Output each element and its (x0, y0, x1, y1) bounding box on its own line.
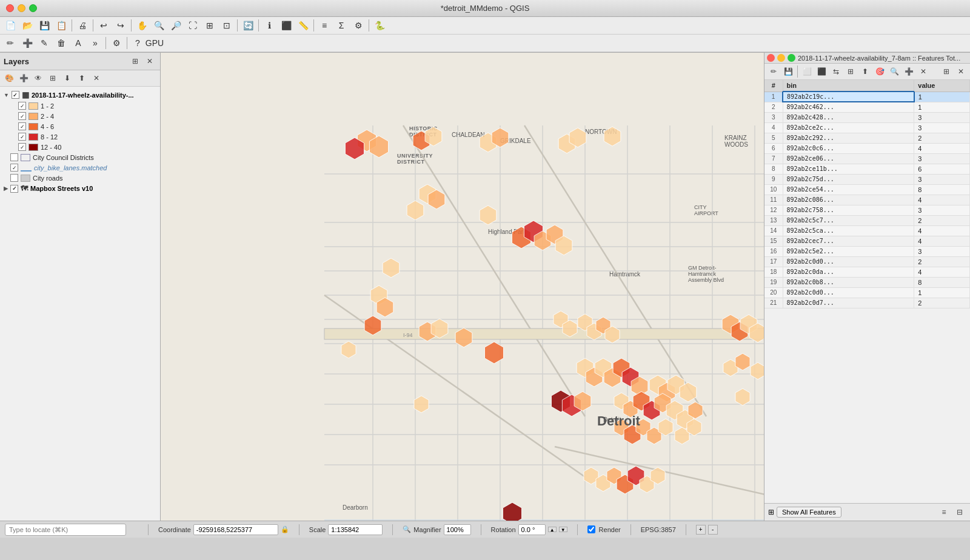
table-row[interactable]: 2892ab2c462...1 (764, 102, 970, 112)
zoom-full-button[interactable]: ⛶ (185, 18, 201, 33)
table-row[interactable]: 20892ab2c0d0...1 (764, 287, 970, 298)
feature-maximize-btn[interactable] (788, 54, 795, 62)
save-as-button[interactable]: 📋 (53, 18, 69, 33)
row-bin[interactable]: 892ab2c086... (783, 195, 914, 205)
rotation-up-btn[interactable]: ▲ (548, 527, 557, 532)
layer-item-wheelz[interactable]: ▼ ▦ 2018-11-17-wheelz-availability-... (0, 89, 160, 101)
open-layer-styles[interactable]: 🎨 (2, 72, 16, 84)
delete-button[interactable]: 🗑 (53, 36, 69, 50)
layers-panel-undock[interactable]: ⊞ (129, 55, 142, 67)
zoom-layer-button[interactable]: ⊞ (202, 18, 218, 33)
close-features-btn[interactable]: ✕ (954, 65, 968, 78)
table-view-btn[interactable]: ≡ (937, 506, 951, 518)
save-edits-btn[interactable]: 💾 (781, 65, 795, 78)
row-bin[interactable]: 892ab2c292... (783, 133, 914, 143)
row-bin[interactable]: 892ab2ce54... (783, 184, 914, 195)
hex-marker[interactable] (480, 205, 497, 225)
layer-checkbox-wheelz[interactable] (12, 91, 19, 99)
table-row[interactable]: 21892ab2c0d7...2 (764, 298, 970, 308)
select-button[interactable]: ⬛ (278, 18, 294, 33)
row-bin[interactable]: 892ab2cec7... (783, 236, 914, 246)
layer-range-8-12[interactable]: 8 - 12 (15, 132, 160, 142)
hex-marker[interactable] (735, 388, 750, 405)
manage-map-themes[interactable]: 👁 (32, 72, 45, 84)
hex-marker[interactable] (383, 258, 400, 278)
pan-to-feature-btn[interactable]: 🎯 (873, 65, 886, 78)
rotation-down-btn[interactable]: ▼ (559, 527, 567, 532)
table-row[interactable]: 4892ab2ce2c...3 (764, 122, 970, 133)
table-row[interactable]: 1892ab2c19c...1 (764, 92, 970, 102)
layer-plugin-button[interactable]: ⚙ (109, 36, 124, 50)
python-button[interactable]: 🐍 (372, 18, 387, 33)
row-bin[interactable]: 892ab2c5e2... (783, 246, 914, 256)
close-button[interactable] (6, 4, 14, 12)
features-table[interactable]: # bin value 1892ab2c19c...12892ab2c462..… (764, 80, 970, 503)
gpu-button[interactable]: GPU (147, 36, 162, 50)
hex-marker[interactable] (407, 201, 424, 220)
map-area[interactable]: HISTORICDISTRICT UNIVERSITYDISTRICT CHAL… (161, 53, 764, 521)
row-bin[interactable]: 892ab2ce11b... (783, 164, 914, 174)
hex-marker[interactable] (503, 502, 521, 521)
hex-marker[interactable] (604, 127, 621, 146)
row-bin[interactable]: 892ab2c75d... (783, 174, 914, 184)
feature-minimize-btn[interactable] (777, 54, 785, 62)
table-row[interactable]: 11892ab2c086...4 (764, 195, 970, 205)
save-button[interactable]: 💾 (36, 18, 52, 33)
layer-city-roads[interactable]: ▶ City roads (0, 173, 160, 183)
new-attribute-btn[interactable]: ➕ (902, 65, 915, 78)
row-bin[interactable]: 892ab2c0da... (783, 267, 914, 277)
collapse-all[interactable]: ⬆ (75, 72, 89, 84)
table-row[interactable]: 15892ab2cec7...4 (764, 236, 970, 246)
help-button[interactable]: ? (130, 36, 146, 50)
show-all-features-button[interactable]: Show All Features (777, 507, 841, 518)
table-row[interactable]: 18892ab2c0da...4 (764, 267, 970, 277)
redo-button[interactable]: ↪ (113, 18, 129, 33)
layer-checkbox-2-4[interactable] (18, 112, 26, 120)
label-button[interactable]: A (70, 36, 86, 50)
dock-btn[interactable]: ⊞ (940, 65, 953, 78)
add-layer-button[interactable]: ➕ (19, 36, 35, 50)
hex-marker[interactable] (414, 396, 429, 413)
layer-range-12-40[interactable]: 12 - 40 (15, 142, 160, 152)
zoom-out-status-btn[interactable]: - (708, 525, 718, 535)
form-view-btn[interactable]: ⊟ (953, 506, 966, 518)
col-value[interactable]: value (914, 80, 970, 92)
more-tools-button[interactable]: » (87, 36, 103, 50)
layer-bike-lanes[interactable]: ▶ city_bike_lanes.matched (0, 162, 160, 173)
maximize-button[interactable] (29, 4, 37, 12)
new-button[interactable]: 📄 (2, 18, 18, 33)
row-bin[interactable]: 892ab2ce2c... (783, 122, 914, 133)
identify-button[interactable]: ℹ (261, 18, 277, 33)
layer-checkbox-8-12[interactable] (18, 133, 26, 141)
filter-btn[interactable]: ⊞ (844, 65, 857, 78)
layer-checkbox-roads[interactable] (10, 174, 18, 182)
table-row[interactable]: 7892ab2ce06...3 (764, 153, 970, 164)
measure-button[interactable]: 📏 (295, 18, 311, 33)
layer-checkbox-bike[interactable] (10, 164, 18, 172)
open-button[interactable]: 📂 (19, 18, 35, 33)
zoom-in-status-btn[interactable]: + (696, 525, 706, 535)
row-bin[interactable]: 892ab2c5c7... (783, 215, 914, 225)
row-bin[interactable]: 892ab2c0d0... (783, 256, 914, 267)
hex-marker[interactable] (751, 362, 764, 379)
row-bin[interactable]: 892ab2c462... (783, 102, 914, 112)
layer-checkbox-1-2[interactable] (18, 102, 26, 110)
feature-close-btn[interactable] (767, 54, 775, 62)
delete-attribute-btn[interactable]: ✕ (917, 65, 930, 78)
toggle-editing-btn[interactable]: ✏ (767, 65, 780, 78)
table-row[interactable]: 5892ab2c292...2 (764, 133, 970, 143)
zoom-to-feature-btn[interactable]: 🔍 (888, 65, 901, 78)
attribute-table-button[interactable]: ≡ (316, 18, 332, 33)
table-row[interactable]: 12892ab2c758...3 (764, 205, 970, 215)
unselect-all-btn[interactable]: ⬜ (800, 65, 814, 78)
add-group[interactable]: ➕ (17, 72, 30, 84)
table-row[interactable]: 3892ab2c428...3 (764, 112, 970, 122)
row-bin[interactable]: 892ab2c0b8... (783, 277, 914, 287)
layers-panel-close[interactable]: ✕ (143, 55, 156, 67)
rotation-input[interactable] (518, 524, 546, 535)
edit-button[interactable]: ✎ (36, 36, 52, 50)
scale-input[interactable] (328, 524, 383, 535)
row-bin[interactable]: 892ab2ce06... (783, 153, 914, 164)
zoom-in-button[interactable]: 🔍 (151, 18, 167, 33)
hex-marker[interactable] (484, 342, 503, 364)
